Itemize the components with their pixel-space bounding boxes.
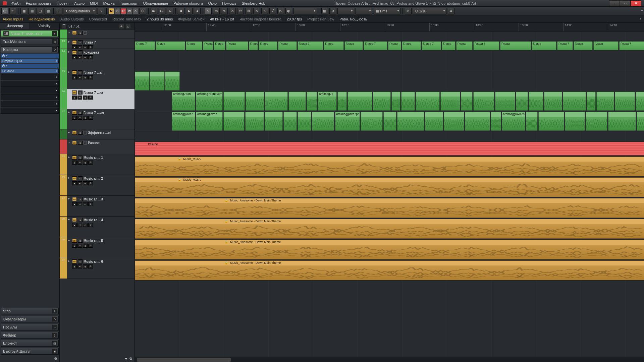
insert-slot-header-2[interactable]: ⏻ e xyxy=(1,64,59,68)
tab-visibility[interactable]: Visibility xyxy=(30,23,60,29)
tab-inspector[interactable]: Инспектор xyxy=(0,23,30,29)
toolbar-expand-icon[interactable]: ▾ xyxy=(641,9,643,12)
track-edit-button[interactable]: e xyxy=(83,202,88,206)
audio-clip[interactable]: Глава 7 xyxy=(557,41,573,50)
menu-midi[interactable]: MIDI xyxy=(87,1,100,5)
folder-toggle-icon[interactable]: ▸ xyxy=(67,129,71,139)
chevron-right-icon[interactable]: ▸ xyxy=(67,69,71,89)
toolbar-btn-5[interactable]: ◫ xyxy=(37,8,43,14)
time-display[interactable]: ▦ 1 ms xyxy=(374,8,400,14)
track-freeze-button[interactable]: ⊘ xyxy=(88,55,93,59)
chevron-down-icon[interactable]: ▸ xyxy=(52,31,57,36)
minimize-button[interactable]: _ xyxy=(609,0,620,6)
track-solo-button[interactable]: s xyxy=(78,141,83,145)
audio-clip[interactable] xyxy=(586,112,607,131)
track-row[interactable]: 26▸msMusic гл... 5●◂e⊘ xyxy=(60,237,135,258)
automation-all-button[interactable]: A xyxy=(133,8,138,14)
menu-window[interactable]: Окно xyxy=(206,1,220,5)
mute-tool[interactable]: ✕ xyxy=(253,8,260,14)
clip-lanes[interactable]: Глава 7ГлаваГлаваГлава 7ГлаваГлаваГлава … xyxy=(135,32,644,357)
insert-slot-empty-6[interactable] xyxy=(1,108,59,114)
track-mute-button[interactable]: m xyxy=(72,176,77,180)
lane[interactable]: 🔒Music_M16A xyxy=(135,156,644,177)
audio-clip[interactable] xyxy=(473,92,494,111)
inspector-notepad[interactable]: Блокнот▤ xyxy=(1,340,59,347)
track-record-button[interactable]: ● xyxy=(72,116,77,120)
audio-clip[interactable] xyxy=(337,92,347,111)
track-edit-button[interactable]: e xyxy=(83,96,88,100)
tracklist-view-icon[interactable]: ☰ xyxy=(62,24,66,28)
track-record-button[interactable]: ● xyxy=(72,161,77,165)
audio-clip[interactable] xyxy=(165,71,180,90)
menu-workspaces[interactable]: Рабочие области xyxy=(171,1,205,5)
track-record-button[interactable]: ● xyxy=(72,264,77,268)
insert-slot-empty-2[interactable] xyxy=(1,81,59,87)
chevron-right-icon[interactable]: ▸ xyxy=(67,258,71,279)
menu-help[interactable]: Помощь xyxy=(219,1,239,5)
track-solo-button[interactable]: s xyxy=(78,197,83,201)
audio-clip[interactable] xyxy=(265,92,288,111)
go-start-button[interactable]: ⏮ xyxy=(151,8,157,14)
track-monitor-button[interactable]: ◂ xyxy=(77,244,82,248)
track-row[interactable]: 23▸msMusic гл... 2●◂e⊘ xyxy=(60,175,135,196)
write-all-button[interactable]: W xyxy=(127,8,132,14)
track-monitor-button[interactable]: ◂ xyxy=(77,75,82,79)
track-monitor-button[interactable]: ◂ xyxy=(77,96,82,100)
audio-clip[interactable]: Разное xyxy=(135,142,644,156)
track-row[interactable]: 13▸msГлава 7●◂e⊘ xyxy=(60,39,135,49)
audio-clip[interactable] xyxy=(465,112,490,131)
track-freeze-button[interactable]: ⊘ xyxy=(88,116,93,120)
lane[interactable] xyxy=(135,51,644,71)
track-row[interactable]: 15▸msГлава 7 ...ая●◂e⊘ xyxy=(60,69,135,89)
audio-clip[interactable] xyxy=(596,92,614,111)
track-gear-icon[interactable]: ⚙ xyxy=(129,357,132,361)
lane[interactable]: arhimag7ponarhimag7ponovomarhimag7p xyxy=(135,91,644,111)
audio-clip[interactable]: arhimag7pon xyxy=(172,92,195,111)
audio-clip[interactable]: Глава xyxy=(402,41,421,50)
range-tool[interactable]: ▭ xyxy=(213,8,220,14)
track-edit-button[interactable]: e xyxy=(83,161,88,165)
audio-clip[interactable]: Глава 7 xyxy=(619,41,644,50)
track-freeze-button[interactable]: ⊘ xyxy=(88,244,93,248)
audio-clip[interactable] xyxy=(283,112,297,131)
chevron-right-icon[interactable]: ▸ xyxy=(67,109,71,129)
audio-clip[interactable] xyxy=(135,71,150,90)
track-mute-button[interactable]: m xyxy=(72,111,77,115)
track-solo-button[interactable]: s xyxy=(78,70,83,74)
insert-slot-empty-4[interactable] xyxy=(1,94,59,100)
record-button[interactable]: ● xyxy=(194,8,201,14)
chevron-right-icon[interactable]: ▸ xyxy=(67,175,71,195)
track-mute-button[interactable]: m xyxy=(72,141,77,145)
inspector-inserts[interactable]: Инсерты⟳ xyxy=(1,46,59,53)
snap-zero-button[interactable]: ⊘ xyxy=(329,8,336,14)
track-record-button[interactable]: ● xyxy=(72,244,77,248)
activate-project-button[interactable]: ⏻ xyxy=(1,8,8,14)
quantize-apply-button[interactable]: ◇ xyxy=(405,8,412,14)
track-monitor-button[interactable]: ◂ xyxy=(77,223,82,227)
history-button[interactable]: ↶ xyxy=(9,8,16,14)
track-solo-button[interactable]: s xyxy=(78,131,83,135)
audio-clip[interactable]: Глава xyxy=(156,41,185,50)
track-freeze-button[interactable]: ⊘ xyxy=(88,181,93,185)
statusbar-expand-icon[interactable]: ▾ xyxy=(640,17,641,20)
configurations-dropdown[interactable]: Configurations xyxy=(64,8,96,14)
audio-clip[interactable]: Глава xyxy=(214,41,225,50)
audio-clip[interactable]: Глава xyxy=(259,41,277,50)
track-monitor-button[interactable]: ◂ xyxy=(77,55,82,59)
menu-project[interactable]: Проект xyxy=(54,1,71,5)
audio-clip[interactable] xyxy=(565,112,585,131)
menu-transport[interactable]: Транспорт xyxy=(117,1,140,5)
audio-clip[interactable]: Глава 7 xyxy=(298,41,323,50)
track-mute-button[interactable]: m xyxy=(72,259,77,263)
audio-clip[interactable]: Глава xyxy=(574,41,593,50)
audio-clip[interactable]: 🔒Music_M16A xyxy=(135,157,644,176)
audio-clip[interactable]: Глава 7 xyxy=(135,41,155,50)
select-tool[interactable]: ↖ xyxy=(205,8,212,14)
audio-clip[interactable]: Глава xyxy=(456,41,473,50)
lane[interactable]: 🔒Music_M16A xyxy=(135,177,644,198)
read-all-button[interactable]: R xyxy=(121,8,126,14)
mute-all-button[interactable]: M xyxy=(109,8,114,14)
audio-clip[interactable] xyxy=(401,92,415,111)
audio-clip[interactable]: Глава xyxy=(532,41,556,50)
track-mute-button[interactable]: m xyxy=(72,70,77,74)
